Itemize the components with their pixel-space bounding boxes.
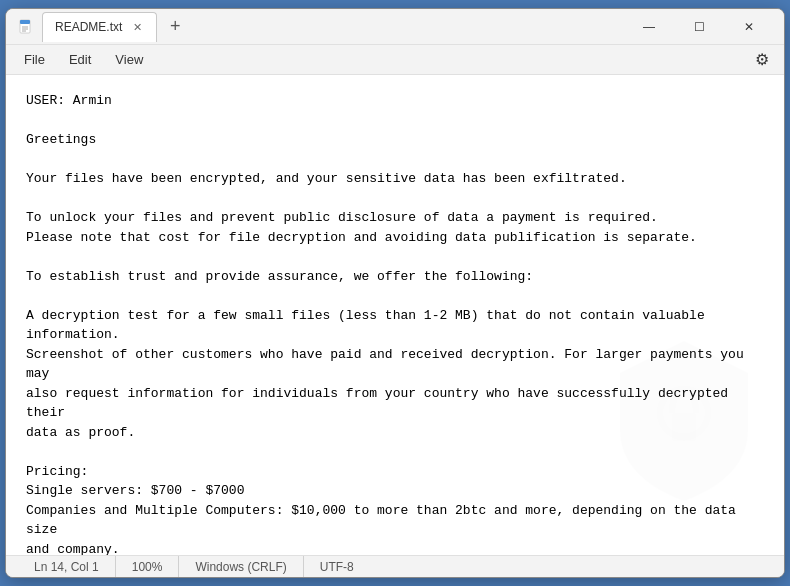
tab-area: README.txt ✕ +	[42, 12, 618, 42]
menu-bar: File Edit View ⚙	[6, 45, 784, 75]
content-area[interactable]: USER: Armin Greetings Your files have be…	[6, 75, 784, 555]
tab-readme[interactable]: README.txt ✕	[42, 12, 157, 42]
tab-close-button[interactable]: ✕	[130, 20, 144, 34]
close-button[interactable]: ✕	[726, 11, 772, 43]
minimize-button[interactable]: —	[626, 11, 672, 43]
line-ending: Windows (CRLF)	[179, 556, 303, 577]
tab-label: README.txt	[55, 20, 122, 34]
new-tab-button[interactable]: +	[161, 13, 189, 41]
menu-file[interactable]: File	[14, 48, 55, 71]
menu-edit[interactable]: Edit	[59, 48, 101, 71]
window-controls: — ☐ ✕	[626, 11, 772, 43]
encoding: UTF-8	[304, 556, 370, 577]
app-icon	[18, 19, 34, 35]
svg-rect-1	[20, 20, 30, 24]
title-bar: README.txt ✕ + — ☐ ✕	[6, 9, 784, 45]
status-bar: Ln 14, Col 1 100% Windows (CRLF) UTF-8	[6, 555, 784, 577]
maximize-button[interactable]: ☐	[676, 11, 722, 43]
settings-icon[interactable]: ⚙	[748, 46, 776, 74]
text-content: USER: Armin Greetings Your files have be…	[26, 91, 764, 555]
cursor-position: Ln 14, Col 1	[18, 556, 116, 577]
zoom-level: 100%	[116, 556, 180, 577]
menu-view[interactable]: View	[105, 48, 153, 71]
notepad-window: README.txt ✕ + — ☐ ✕ File Edit View ⚙ US…	[5, 8, 785, 578]
